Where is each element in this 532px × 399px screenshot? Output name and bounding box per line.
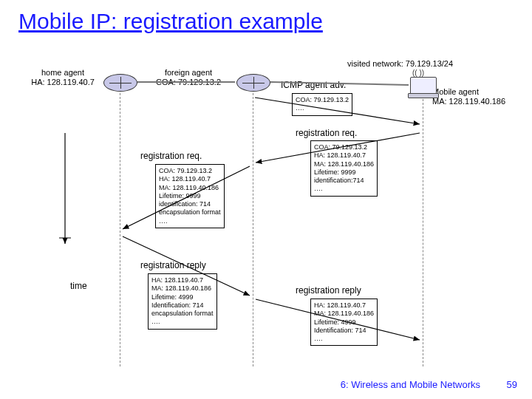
- home-agent-addr: HA: 128.119.40.7: [31, 78, 95, 86]
- reg-reply-2-label: registration reply: [296, 285, 361, 296]
- timeline-mobile-node: [423, 99, 423, 366]
- footer-chapter: 6: Wireless and Mobile Networks: [341, 379, 480, 390]
- foreign-agent-router-icon: [236, 74, 270, 92]
- footer-page-number: 59: [507, 379, 517, 390]
- reg-req-2-label: registration req.: [140, 151, 202, 161]
- icmp-adv-box: COA: 79.129.13.2 ….: [292, 93, 352, 116]
- slide-title: Mobile IP: registration example: [18, 9, 323, 34]
- mobile-agent-addr: MA: 128.119.40.186: [432, 97, 505, 106]
- wifi-icon: (( )): [412, 69, 424, 77]
- mobile-agent-name: Mobile agent: [432, 87, 479, 96]
- time-label: time: [70, 281, 87, 291]
- home-agent-label: home agent HA: 128.119.40.7: [22, 68, 103, 87]
- reg-req-1-label: registration req.: [296, 128, 357, 138]
- reg-reply-1-box: HA: 128.119.40.7 MA: 128.119.40.186 Life…: [148, 273, 217, 330]
- foreign-agent-addr: COA: 79.129.13.2: [156, 78, 221, 86]
- reg-req-1-box: COA: 79.129.13.2 HA: 128.119.40.7 MA: 12…: [310, 140, 378, 197]
- timeline-home-agent: [120, 93, 120, 366]
- visited-network-label: visited network: 79.129.13/24: [347, 59, 495, 69]
- reg-req-2-box: COA: 79.129.13.2 HA: 128.119.40.7 MA: 12…: [155, 164, 225, 228]
- foreign-agent-name: foreign agent: [165, 68, 212, 77]
- timeline-foreign-agent: [253, 93, 253, 366]
- home-agent-name: home agent: [41, 68, 84, 77]
- home-agent-router-icon: [103, 74, 137, 92]
- mobile-agent-label: Mobile agent MA: 128.119.40.186: [432, 87, 528, 106]
- reg-reply-1-label: registration reply: [140, 260, 206, 270]
- reg-reply-2-box: HA: 128.119.40.7 MA: 128.119.40.186 Life…: [310, 299, 378, 346]
- mobile-node-laptop-icon: [410, 77, 437, 95]
- icmp-adv-label: ICMP agent adv.: [281, 80, 346, 90]
- foreign-agent-label: foreign agent COA: 79.129.13.2: [144, 68, 233, 87]
